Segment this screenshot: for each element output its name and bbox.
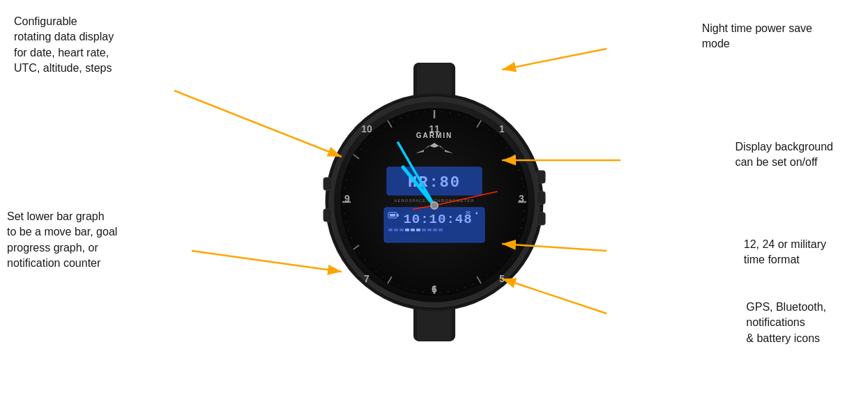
annotation-mid-right: Display background can be set on/off [735, 139, 833, 171]
svg-rect-54 [411, 229, 415, 231]
svg-rect-11 [537, 192, 545, 204]
svg-rect-53 [405, 229, 409, 231]
svg-rect-12 [537, 212, 545, 225]
svg-rect-59 [439, 229, 443, 231]
svg-text:1: 1 [499, 123, 505, 134]
annotation-lower-right-2: GPS, Bluetooth, notifications & battery … [746, 300, 826, 346]
svg-text:9: 9 [344, 193, 350, 204]
svg-rect-10 [537, 171, 545, 183]
annotation-top-left: Configurable rotating data display for d… [14, 14, 114, 77]
svg-text:5: 5 [499, 273, 505, 284]
annotation-lower-right-2-text: GPS, Bluetooth, notifications & battery … [746, 300, 826, 346]
svg-point-64 [431, 202, 438, 209]
watch-illustration: 11 1 3 5 6 7 9 10 GARMIN HR:80 AEROSPACE… [316, 63, 553, 341]
svg-text:✉: ✉ [466, 210, 471, 216]
svg-rect-57 [427, 229, 432, 231]
svg-rect-46 [390, 214, 395, 217]
annotation-top-right-text: Night time power save mode [702, 21, 812, 52]
svg-rect-13 [323, 178, 332, 190]
annotation-mid-right-text: Display background can be set on/off [735, 139, 833, 171]
svg-rect-45 [397, 214, 399, 217]
annotation-top-right: Night time power save mode [702, 21, 812, 52]
svg-text:10:10:48: 10:10:48 [403, 212, 472, 227]
svg-text:7: 7 [364, 273, 370, 284]
svg-text:GARMIN: GARMIN [416, 132, 452, 139]
svg-text:⬧: ⬧ [475, 209, 478, 216]
svg-text:3: 3 [519, 193, 524, 204]
svg-text:6: 6 [432, 284, 437, 295]
svg-rect-50 [388, 229, 393, 231]
annotation-bottom-left-text: Set lower bar graph to be a move bar, go… [7, 209, 117, 272]
svg-rect-51 [394, 229, 398, 231]
svg-rect-58 [433, 229, 437, 231]
annotation-bottom-left: Set lower bar graph to be a move bar, go… [7, 209, 117, 272]
svg-rect-55 [416, 229, 420, 231]
svg-rect-52 [399, 229, 404, 231]
svg-text:10: 10 [361, 123, 372, 134]
annotation-top-left-text: Configurable rotating data display for d… [14, 14, 114, 77]
svg-rect-14 [323, 209, 332, 222]
annotation-lower-right-1-text: 12, 24 or military time format [744, 237, 826, 268]
annotation-lower-right-1: 12, 24 or military time format [744, 237, 826, 268]
svg-rect-56 [422, 229, 426, 231]
